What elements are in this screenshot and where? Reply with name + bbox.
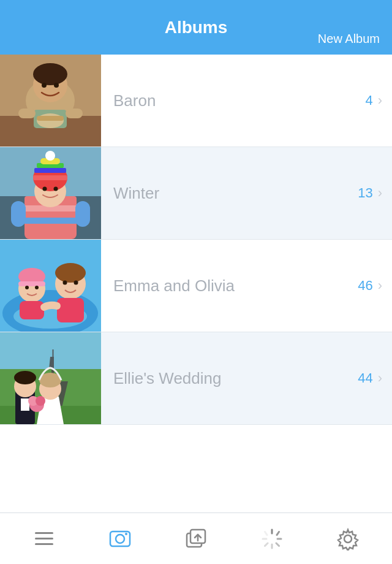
svg-point-38: [25, 286, 29, 289]
svg-line-71: [276, 543, 279, 546]
svg-point-43: [63, 281, 67, 285]
tab-bar: [0, 513, 392, 564]
svg-rect-56: [21, 398, 29, 411]
album-thumb-emma-olivia: [0, 240, 101, 332]
svg-rect-37: [20, 301, 44, 319]
svg-point-41: [55, 263, 86, 283]
svg-point-64: [125, 533, 127, 535]
svg-point-26: [45, 151, 55, 161]
new-album-button[interactable]: New Album: [318, 32, 380, 46]
svg-point-39: [35, 286, 39, 289]
svg-line-75: [265, 532, 268, 535]
svg-rect-36: [18, 281, 45, 286]
album-count-winter: 13: [358, 185, 372, 201]
album-info-winter: Winter 13 ›: [101, 184, 392, 203]
svg-point-55: [14, 371, 36, 384]
album-info-emma-olivia: Emma and Olivia 46 ›: [101, 276, 392, 295]
chevron-icon-ellie-wedding: ›: [378, 370, 382, 386]
spinner-icon: [260, 527, 284, 551]
svg-point-28: [54, 187, 58, 191]
chevron-icon-baron: ›: [378, 93, 382, 109]
album-thumb-baron: [0, 55, 101, 147]
album-name-ellie-wedding: Ellie's Wedding: [113, 369, 221, 388]
svg-point-76: [344, 535, 352, 543]
album-item-baron[interactable]: Baron 4 ›: [0, 55, 392, 147]
svg-rect-29: [11, 201, 26, 227]
svg-point-9: [54, 83, 59, 88]
chevron-icon-winter: ›: [378, 185, 382, 201]
upload-icon: [184, 527, 208, 551]
svg-rect-22: [33, 175, 67, 180]
svg-rect-7: [66, 109, 83, 118]
album-name-emma-olivia: Emma and Olivia: [113, 276, 235, 295]
svg-rect-11: [37, 116, 64, 121]
album-name-winter: Winter: [113, 184, 159, 203]
svg-point-8: [42, 83, 47, 88]
svg-rect-19: [24, 224, 77, 230]
album-count-baron: 4: [365, 93, 372, 109]
tab-upload[interactable]: [178, 520, 214, 557]
tab-photos[interactable]: [102, 520, 138, 557]
svg-point-63: [116, 535, 124, 543]
svg-rect-42: [57, 298, 84, 322]
album-list: Baron 4 ›: [0, 55, 392, 513]
svg-rect-18: [24, 218, 77, 224]
tab-menu[interactable]: [26, 520, 62, 557]
photo-icon: [108, 527, 132, 551]
chevron-icon-emma-olivia: ›: [378, 278, 382, 294]
svg-line-69: [277, 532, 279, 535]
album-info-ellie-wedding: Ellie's Wedding 44 ›: [101, 369, 392, 388]
album-item-emma-olivia[interactable]: Emma and Olivia 46 ›: [0, 240, 392, 332]
svg-point-4: [33, 63, 67, 85]
album-thumb-ellie-wedding: [0, 332, 101, 424]
svg-point-61: [36, 396, 45, 406]
svg-rect-30: [75, 201, 90, 227]
album-item-ellie-wedding[interactable]: Ellie's Wedding 44 ›: [0, 332, 392, 425]
svg-line-73: [265, 543, 268, 546]
svg-rect-23: [34, 168, 66, 173]
album-count-emma-olivia: 46: [358, 278, 372, 294]
album-thumb-winter: [0, 147, 101, 239]
album-count-ellie-wedding: 44: [358, 370, 372, 386]
hamburger-icon: [32, 527, 56, 551]
album-name-baron: Baron: [113, 91, 156, 110]
tab-settings[interactable]: [330, 520, 366, 557]
svg-rect-50: [53, 349, 54, 358]
svg-point-27: [43, 187, 47, 191]
header: Albums New Album: [0, 0, 392, 55]
svg-rect-17: [24, 212, 77, 218]
gear-icon: [336, 527, 360, 551]
album-info-baron: Baron 4 ›: [101, 91, 392, 110]
album-item-winter[interactable]: Winter 13 ›: [0, 147, 392, 240]
svg-rect-6: [18, 109, 36, 118]
tab-loading[interactable]: [254, 520, 290, 557]
svg-point-44: [74, 281, 78, 285]
page-title: Albums: [165, 18, 228, 37]
